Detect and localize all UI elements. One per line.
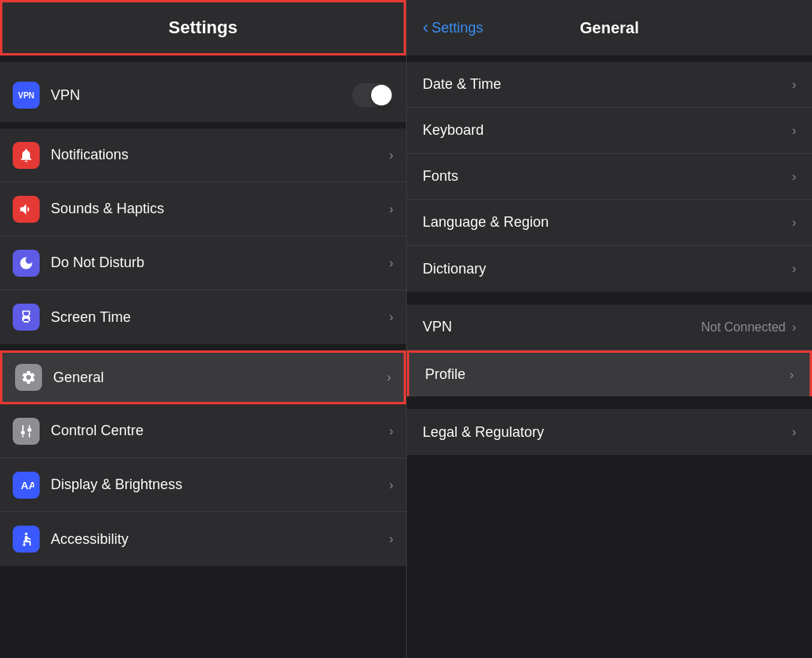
language-row[interactable]: Language & Region › <box>407 200 812 246</box>
display-label: Display & Brightness <box>51 476 389 493</box>
vpn-right-label: VPN <box>423 319 701 335</box>
language-label: Language & Region <box>423 214 792 231</box>
dictionary-label: Dictionary <box>423 261 792 277</box>
vpn-right-row[interactable]: VPN Not Connected › <box>407 304 812 350</box>
fonts-label: Fonts <box>423 168 792 185</box>
section-general: General › Control Centre › AA Display & … <box>0 350 406 566</box>
keyboard-row[interactable]: Keyboard › <box>407 108 812 154</box>
controlcentre-chevron: › <box>389 424 393 438</box>
sidebar-item-notifications[interactable]: Notifications › <box>0 128 406 182</box>
keyboard-label: Keyboard <box>423 122 792 139</box>
section-notifications: Notifications › Sounds & Haptics › Do No… <box>0 128 406 344</box>
fonts-row[interactable]: Fonts › <box>407 154 812 200</box>
display-icon: AA <box>13 472 40 499</box>
datetime-chevron: › <box>792 78 796 92</box>
screentime-label: Screen Time <box>51 309 389 326</box>
profile-row[interactable]: Profile › <box>407 350 812 396</box>
controlcentre-label: Control Centre <box>51 423 389 439</box>
toggle-thumb <box>371 85 392 105</box>
sidebar-item-screentime[interactable]: Screen Time › <box>0 290 406 344</box>
notifications-icon <box>13 142 40 169</box>
svg-rect-4 <box>29 432 30 437</box>
general-title: General <box>580 19 638 37</box>
back-label: Settings <box>431 20 483 36</box>
datetime-row[interactable]: Date & Time › <box>407 62 812 108</box>
settings-title: Settings <box>169 17 238 38</box>
screentime-chevron: › <box>389 310 393 324</box>
display-chevron: › <box>389 478 393 492</box>
legal-row[interactable]: Legal & Regulatory › <box>407 409 812 455</box>
back-chevron-icon: ‹ <box>423 17 428 38</box>
sidebar-item-accessibility[interactable]: Accessibility › <box>0 512 406 566</box>
svg-rect-5 <box>29 425 30 427</box>
right-panel: ‹ Settings General Date & Time › Keyboar… <box>406 0 812 658</box>
svg-text:AA: AA <box>21 480 34 492</box>
general-icon <box>15 364 42 391</box>
notifications-label: Notifications <box>51 147 389 163</box>
sidebar-item-donotdisturb[interactable]: Do Not Disturb › <box>0 236 406 290</box>
sounds-chevron: › <box>389 202 393 216</box>
svg-rect-3 <box>22 435 24 438</box>
donotdisturb-chevron: › <box>389 256 393 270</box>
vpn-icon: VPN <box>13 82 40 109</box>
vpn-right-chevron: › <box>792 320 796 335</box>
accessibility-label: Accessibility <box>51 531 389 548</box>
datetime-label: Date & Time <box>423 76 792 93</box>
language-chevron: › <box>792 216 796 230</box>
donotdisturb-label: Do Not Disturb <box>51 254 389 271</box>
vpn-status: Not Connected <box>701 320 786 335</box>
general-label: General <box>53 369 387 386</box>
back-button[interactable]: ‹ Settings <box>423 17 483 38</box>
screentime-icon <box>13 304 40 331</box>
general-section2: VPN Not Connected › Profile › <box>407 304 812 396</box>
legal-chevron: › <box>792 425 796 439</box>
controlcentre-icon <box>13 418 40 445</box>
general-section3: Legal & Regulatory › <box>407 409 812 455</box>
profile-label: Profile <box>425 366 790 383</box>
sounds-label: Sounds & Haptics <box>51 201 389 217</box>
accessibility-chevron: › <box>389 532 393 546</box>
left-panel: Settings VPN VPN Notifications › Sou <box>0 0 406 658</box>
dictionary-row[interactable]: Dictionary › <box>407 246 812 292</box>
svg-point-0 <box>21 430 25 434</box>
general-section1: Date & Time › Keyboard › Fonts › Languag… <box>407 62 812 292</box>
general-chevron: › <box>387 370 391 384</box>
svg-point-7 <box>25 533 27 535</box>
vpn-toggle[interactable] <box>352 83 393 107</box>
sounds-icon <box>13 196 40 223</box>
accessibility-icon <box>13 526 40 553</box>
legal-label: Legal & Regulatory <box>423 424 792 441</box>
donotdisturb-icon <box>13 250 40 277</box>
sidebar-item-controlcentre[interactable]: Control Centre › <box>0 404 406 458</box>
profile-chevron: › <box>790 368 794 382</box>
sidebar-item-display[interactable]: AA Display & Brightness › <box>0 458 406 512</box>
dictionary-chevron: › <box>792 262 796 276</box>
vpn-row[interactable]: VPN VPN <box>0 68 406 122</box>
settings-header: Settings <box>0 0 406 55</box>
sidebar-item-general[interactable]: General › <box>0 350 406 404</box>
notifications-chevron: › <box>389 148 393 163</box>
fonts-chevron: › <box>792 170 796 184</box>
vpn-label: VPN <box>51 87 352 104</box>
general-header: ‹ Settings General <box>407 0 812 55</box>
svg-point-1 <box>28 427 32 431</box>
header-inner: ‹ Settings General <box>423 17 796 38</box>
keyboard-chevron: › <box>792 124 796 138</box>
sidebar-item-sounds[interactable]: Sounds & Haptics › <box>0 182 406 236</box>
svg-rect-2 <box>22 425 24 430</box>
